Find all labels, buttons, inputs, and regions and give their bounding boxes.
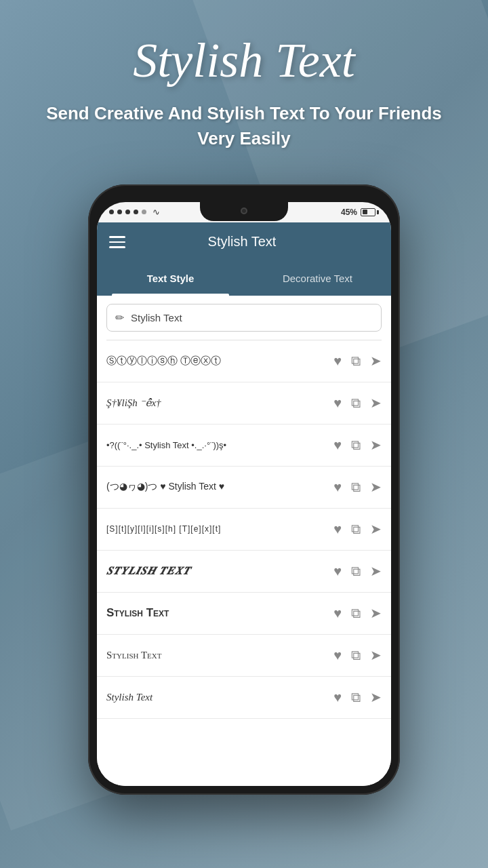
text-row: Stylish Text ♥ ⧉ ➤ <box>97 635 391 677</box>
row-actions: ♥ ⧉ ➤ <box>333 647 382 663</box>
app-bar-title: Stylish Text <box>105 234 379 250</box>
battery-fill <box>363 210 368 214</box>
like-button[interactable]: ♥ <box>333 395 342 411</box>
text-row-content: [S][t][y][l][i][s][h] [T][e][x][t] <box>106 524 333 534</box>
row-actions: ♥ ⧉ ➤ <box>333 563 382 579</box>
copy-button[interactable]: ⧉ <box>351 479 361 495</box>
copy-button[interactable]: ⧉ <box>351 353 361 369</box>
signal-dot-2 <box>117 210 122 214</box>
text-row-content: Ⓢⓣⓨⓛⓘⓢⓗ Ⓣⓔⓧⓣ <box>106 355 333 368</box>
text-row: •?((¨°·._.• Stylish Text •._.·°¨))ş• ♥ ⧉… <box>97 425 391 467</box>
text-row-content: •?((¨°·._.• Stylish Text •._.·°¨))ş• <box>106 440 333 450</box>
text-row: Ş†¥liŞh ⁻ê̂x† ♥ ⧉ ➤ <box>97 382 391 425</box>
tabs-bar: Text Style Decorative Text <box>97 262 391 296</box>
copy-button[interactable]: ⧉ <box>351 521 361 537</box>
share-button[interactable]: ➤ <box>370 479 382 495</box>
content-area: ✏ Stylish Text Ⓢⓣⓨⓛⓘⓢⓗ Ⓣⓔⓧⓣ ♥ ⧉ ➤ <box>97 296 391 786</box>
signal-dot-4 <box>134 210 138 214</box>
row-actions: ♥ ⧉ ➤ <box>333 353 382 369</box>
row-actions: ♥ ⧉ ➤ <box>333 437 382 453</box>
text-row-content: Stylish Text <box>106 650 333 661</box>
share-button[interactable]: ➤ <box>370 563 382 579</box>
share-button[interactable]: ➤ <box>370 395 382 411</box>
phone-notch <box>200 202 288 221</box>
like-button[interactable]: ♥ <box>333 564 342 579</box>
pencil-icon: ✏ <box>115 311 124 324</box>
copy-button[interactable]: ⧉ <box>351 606 361 621</box>
row-actions: ♥ ⧉ ➤ <box>333 605 382 621</box>
signal-area: ∿ <box>109 207 160 217</box>
share-button[interactable]: ➤ <box>370 353 382 369</box>
like-button[interactable]: ♥ <box>333 648 342 663</box>
text-row-content: Ş†¥liŞh ⁻ê̂x† <box>106 397 333 409</box>
share-button[interactable]: ➤ <box>370 605 382 621</box>
app-bar: Stylish Text <box>97 222 391 262</box>
copy-button[interactable]: ⧉ <box>351 648 361 663</box>
phone-mockup: ∿ 45% <box>88 184 400 795</box>
phone-screen: ∿ 45% <box>97 202 391 786</box>
text-row: [S][t][y][l][i][s][h] [T][e][x][t] ♥ ⧉ ➤ <box>97 509 391 551</box>
search-bar[interactable]: ✏ Stylish Text <box>106 304 382 332</box>
battery-area: 45% <box>341 208 379 217</box>
like-button[interactable]: ♥ <box>333 690 342 705</box>
text-row-content: Stylish Text <box>106 606 333 620</box>
like-button[interactable]: ♥ <box>333 606 342 621</box>
text-row: 𝑺𝑻𝒀𝑳𝑰𝑺𝑯 𝑻𝑬𝑿𝑻 ♥ ⧉ ➤ <box>97 551 391 593</box>
phone-container: ∿ 45% <box>0 184 488 795</box>
copy-button[interactable]: ⧉ <box>351 437 361 453</box>
signal-dot-5 <box>142 210 146 214</box>
header-section: Stylish Text Send Creative And Stylish T… <box>0 0 488 164</box>
tab-decorative-text[interactable]: Decorative Text <box>244 262 391 296</box>
like-button[interactable]: ♥ <box>333 353 342 369</box>
text-rows-container: Ⓢⓣⓨⓛⓘⓢⓗ Ⓣⓔⓧⓣ ♥ ⧉ ➤ Ş†¥liŞh ⁻ê̂x† ♥ ⧉ <box>97 340 391 719</box>
share-button[interactable]: ➤ <box>370 437 382 453</box>
text-row-content: Stylish Text <box>106 692 333 703</box>
copy-button[interactable]: ⧉ <box>351 690 361 705</box>
search-text: Stylish Text <box>131 312 373 323</box>
battery-icon <box>361 208 379 216</box>
like-button[interactable]: ♥ <box>333 521 342 537</box>
like-button[interactable]: ♥ <box>333 479 342 495</box>
wifi-icon: ∿ <box>152 207 160 217</box>
battery-body <box>361 208 375 216</box>
text-row-content: (つ◕ヮ◕)つ ♥ Stylish Text ♥ <box>106 481 333 493</box>
app-title: Stylish Text <box>27 34 461 87</box>
camera <box>241 208 247 214</box>
text-row-content: 𝑺𝑻𝒀𝑳𝑰𝑺𝑯 𝑻𝑬𝑿𝑻 <box>106 565 333 577</box>
signal-dot-3 <box>125 210 130 214</box>
text-row: Stylish Text ♥ ⧉ ➤ <box>97 677 391 719</box>
row-actions: ♥ ⧉ ➤ <box>333 395 382 411</box>
copy-button[interactable]: ⧉ <box>351 564 361 579</box>
share-button[interactable]: ➤ <box>370 689 382 705</box>
battery-tip <box>377 210 379 214</box>
text-row: Ⓢⓣⓨⓛⓘⓢⓗ Ⓣⓔⓧⓣ ♥ ⧉ ➤ <box>97 340 391 382</box>
battery-percent: 45% <box>341 208 357 217</box>
row-actions: ♥ ⧉ ➤ <box>333 521 382 537</box>
like-button[interactable]: ♥ <box>333 437 342 453</box>
tab-text-style[interactable]: Text Style <box>97 262 244 296</box>
text-row: Stylish Text ♥ ⧉ ➤ <box>97 593 391 635</box>
share-button[interactable]: ➤ <box>370 647 382 663</box>
signal-dot-1 <box>109 210 114 214</box>
text-row: (つ◕ヮ◕)つ ♥ Stylish Text ♥ ♥ ⧉ ➤ <box>97 467 391 509</box>
row-actions: ♥ ⧉ ➤ <box>333 689 382 705</box>
subtitle: Send Creative And Stylish Text To Your F… <box>27 101 461 151</box>
copy-button[interactable]: ⧉ <box>351 395 361 411</box>
share-button[interactable]: ➤ <box>370 521 382 537</box>
row-actions: ♥ ⧉ ➤ <box>333 479 382 495</box>
